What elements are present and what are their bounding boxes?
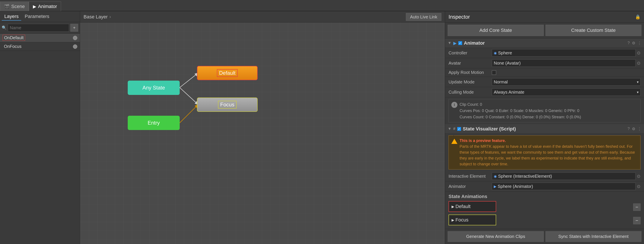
tab-animator-label: Animator: [38, 4, 57, 9]
animator-ref-field[interactable]: ▶ Sphere (Animator): [492, 183, 636, 190]
state-anim-default-row: ▶ Default −: [448, 201, 640, 213]
tab-animator[interactable]: ▶ Animator: [29, 2, 61, 11]
right-panel: Inspector 🔒 Add Core State Create Custom…: [445, 11, 644, 244]
fold-icon[interactable]: ▼: [448, 41, 452, 45]
update-mode-chevron: ▾: [637, 80, 638, 84]
update-mode-label: Update Mode: [448, 80, 492, 85]
search-bar: 🔍 +: [0, 22, 80, 34]
tab-layers[interactable]: Layers: [2, 13, 21, 21]
node-default[interactable]: Default: [197, 66, 258, 80]
state-anim-default[interactable]: ▶ Default: [448, 201, 496, 212]
avatar-label: Avatar: [448, 61, 492, 66]
scene-icon: 🎬: [4, 4, 10, 9]
avatar-row: Avatar None (Avatar) ⊙: [445, 58, 644, 68]
avatar-field[interactable]: None (Avatar): [492, 59, 636, 67]
controller-label: Controller: [448, 51, 492, 56]
sync-states-button[interactable]: Sync States with Interactive Element: [546, 231, 642, 242]
apply-root-motion-checkbox[interactable]: [492, 70, 496, 75]
animator-enabled-checkbox[interactable]: ✓: [458, 41, 462, 45]
breadcrumb: Base Layer ›: [84, 14, 111, 20]
avatar-value: None (Avatar) ⊙: [492, 59, 640, 67]
help-icon[interactable]: ?: [628, 41, 630, 46]
update-mode-dropdown[interactable]: Normal ▾: [492, 78, 640, 86]
layer-item-onfocus[interactable]: OnFocus: [0, 42, 80, 51]
animator-icon: ▶: [33, 4, 36, 9]
node-entry[interactable]: Entry: [128, 116, 180, 130]
warning-content: This is a preview feature. Parts of the …: [460, 138, 638, 167]
node-any-state[interactable]: Any State: [128, 81, 180, 95]
state-animations-section: State Animations ▶ Default − ▶ Focus −: [445, 191, 644, 229]
state-animations-title: State Animations: [448, 194, 640, 199]
search-input[interactable]: [8, 24, 69, 32]
create-custom-state-button[interactable]: Create Custom State: [546, 25, 642, 36]
node-focus[interactable]: Focus: [197, 98, 258, 112]
layer-name-label: OnDefault: [2, 35, 25, 41]
state-viz-overflow-icon[interactable]: ⋮: [638, 127, 642, 131]
interactive-element-label: Interactive Element: [448, 174, 492, 179]
warning-box: ! This is a preview feature. Parts of th…: [448, 135, 640, 169]
state-viz-section-icons: ? ⚙ ⋮: [628, 127, 642, 131]
culling-mode-value: Always Animate ▾: [492, 88, 640, 96]
state-visualizer-section-header: ▼ # ✓ State Visualizer (Script) ? ⚙ ⋮: [445, 124, 644, 134]
play-icon: ▶: [453, 41, 456, 46]
controller-value: ◉ Sphere ⊙: [492, 49, 640, 57]
animator-section-icons: ? ⚙ ⋮: [628, 41, 642, 46]
warning-title: This is a preview feature.: [460, 138, 638, 144]
inspector-body: Add Core State Create Custom State ▼ ▶ ✓…: [445, 23, 644, 244]
state-anim-focus-minus[interactable]: −: [633, 217, 640, 224]
animator-ref-label: Animator: [448, 184, 492, 189]
culling-mode-row: Culling Mode Always Animate ▾: [445, 87, 644, 97]
controller-pick-icon[interactable]: ⊙: [637, 50, 640, 56]
state-anim-focus[interactable]: ▶ Focus: [448, 214, 496, 225]
tab-scene-label: Scene: [11, 4, 25, 9]
controller-row: Controller ◉ Sphere ⊙: [445, 48, 644, 58]
expand-arrow-focus: ▶: [452, 218, 454, 222]
state-visualizer-title: State Visualizer (Script): [463, 126, 516, 132]
state-anim-focus-row: ▶ Focus −: [448, 214, 640, 227]
animator-ref-pick-icon[interactable]: ⊙: [637, 184, 640, 189]
tab-parameters[interactable]: Parameters: [22, 13, 52, 21]
state-viz-fold-icon[interactable]: ▼: [448, 127, 452, 131]
layer-weight-circle: [73, 36, 77, 40]
interactive-element-field[interactable]: ◉ Sphere (InteractiveElement): [492, 172, 636, 180]
overflow-icon[interactable]: ⋮: [638, 41, 642, 46]
interactive-element-pick-icon[interactable]: ⊙: [637, 174, 640, 179]
main-area: Layers Parameters 🔍 + OnDefault OnFocus: [0, 11, 644, 244]
tab-scene[interactable]: 🎬 Scene: [0, 2, 29, 11]
animator-info-text: Clip Count: 0 Curves Pos: 0 Quat: 0 Eule…: [460, 101, 581, 120]
state-anim-default-minus[interactable]: −: [633, 203, 640, 211]
apply-root-motion-label: Apply Root Motion: [448, 70, 492, 75]
svg-line-2: [180, 105, 198, 123]
state-viz-settings-icon[interactable]: ⚙: [632, 127, 635, 131]
expand-arrow-default: ▶: [452, 204, 454, 209]
controller-field[interactable]: ◉ Sphere: [492, 49, 636, 57]
inspector-icons: 🔒: [635, 14, 640, 20]
animator-info-box: i Clip Count: 0 Curves Pos: 0 Quat: 0 Eu…: [448, 99, 640, 122]
update-mode-value: Normal ▾: [492, 78, 640, 86]
hash-icon: #: [453, 127, 456, 131]
arrows-svg: [80, 23, 445, 244]
interactive-element-row: Interactive Element ◉ Sphere (Interactiv…: [445, 171, 644, 181]
lock-icon[interactable]: 🔒: [635, 14, 640, 20]
settings-icon[interactable]: ⚙: [632, 41, 635, 46]
culling-mode-chevron: ▾: [637, 90, 638, 94]
animator-ref-row: Animator ▶ Sphere (Animator) ⊙: [445, 181, 644, 191]
avatar-pick-icon[interactable]: ⊙: [637, 61, 640, 66]
state-viz-help-icon[interactable]: ?: [628, 127, 630, 131]
interactive-sphere-icon: ◉: [494, 174, 497, 178]
animator-ref-icon: ▶: [494, 184, 496, 188]
culling-mode-dropdown[interactable]: Always Animate ▾: [492, 88, 640, 96]
auto-live-link-button[interactable]: Auto Live Link: [406, 13, 442, 21]
add-layer-button[interactable]: +: [70, 24, 78, 32]
chevron-right-icon: ›: [109, 14, 111, 20]
graph-area[interactable]: Any State Entry Default Focus: [80, 23, 445, 244]
center-canvas: Base Layer › Auto Live Link: [80, 11, 445, 244]
layer-weight-circle-focus: [73, 45, 77, 49]
layer-item-ondefault[interactable]: OnDefault: [0, 34, 80, 42]
state-viz-enabled-checkbox[interactable]: ✓: [457, 127, 461, 131]
bottom-buttons: Generate New Animation Clips Sync States…: [445, 229, 644, 244]
apply-root-motion-row: Apply Root Motion: [445, 68, 644, 77]
inspector-header: Inspector 🔒: [445, 11, 644, 23]
generate-animation-clips-button[interactable]: Generate New Animation Clips: [448, 231, 544, 242]
add-core-state-button[interactable]: Add Core State: [448, 25, 544, 36]
